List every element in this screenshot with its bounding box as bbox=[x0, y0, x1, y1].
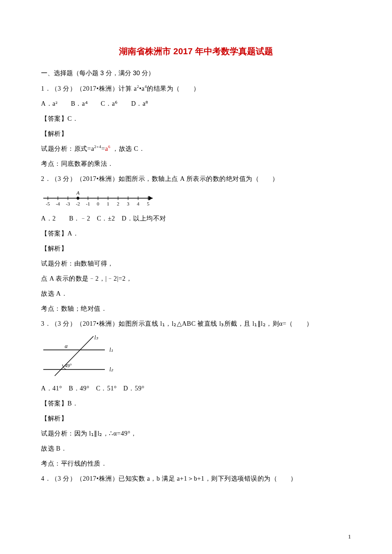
q3-options: A．41° B．49° C．51° D．59° bbox=[41, 384, 351, 393]
svg-line-28 bbox=[55, 336, 93, 376]
svg-text:-5: -5 bbox=[46, 201, 50, 206]
q2-analysis-2: 点 A 表示的数是﹣2，|﹣2|=2， bbox=[41, 274, 351, 283]
q2-analysis-3: 故选 A． bbox=[41, 289, 351, 298]
q2-options: A．2 B．﹣2 C．±2 D．以上均不对 bbox=[41, 214, 351, 223]
page-number: 1 bbox=[348, 533, 351, 540]
svg-point-24 bbox=[77, 197, 79, 200]
text: 1．（3 分）（2017•株洲）计算 a bbox=[41, 85, 137, 92]
svg-text:3: 3 bbox=[127, 201, 129, 206]
q1-explain-label: 【解析】 bbox=[41, 129, 351, 138]
q2-explain-label: 【解析】 bbox=[41, 244, 351, 253]
q3-stem: 3．（3 分）（2017•株洲）如图所示直线 l₁，l₂△ABC 被直线 l₃所… bbox=[41, 319, 351, 328]
q3-explain-label: 【解析】 bbox=[41, 414, 351, 423]
q1-analysis: 试题分析：原式=a2+4=a6 ，故选 C． bbox=[41, 144, 351, 154]
svg-text:l₁: l₁ bbox=[109, 347, 113, 353]
q2-stem: 2．（3 分）（2017•株洲）如图所示，数轴上点 A 所表示的数的绝对值为（ … bbox=[41, 174, 351, 184]
section-header: 一、选择题（每小题 3 分，满分 30 分） bbox=[41, 69, 351, 77]
q1-stem: 1．（3 分）（2017•株洲）计算 a2•a4的结果为（ ） bbox=[41, 84, 351, 93]
number-line-figure: -5 -4 -3 -2 -1 0 1 2 3 4 5 A bbox=[41, 189, 351, 209]
q3-point: 考点：平行线的性质． bbox=[41, 459, 351, 468]
svg-text:-3: -3 bbox=[66, 201, 70, 206]
svg-text:A: A bbox=[76, 190, 80, 195]
q2-answer: 【答案】A． bbox=[41, 229, 351, 238]
q1-point: 考点：同底数幂的乘法． bbox=[41, 159, 351, 169]
red-text: a6 bbox=[105, 145, 111, 152]
sup: 2+4 bbox=[94, 144, 102, 149]
svg-text:-2: -2 bbox=[76, 201, 80, 206]
q1-options: A．a² B．a⁴ C．a⁶ D．a⁸ bbox=[41, 99, 351, 108]
svg-text:-1: -1 bbox=[86, 201, 90, 206]
svg-text:-4: -4 bbox=[56, 201, 60, 206]
q3-answer: 【答案】B． bbox=[41, 399, 351, 408]
parallel-lines-figure: l₁ l₂ l₃ α 49° bbox=[41, 334, 351, 379]
svg-text:4: 4 bbox=[137, 201, 139, 206]
svg-text:49°: 49° bbox=[65, 363, 72, 368]
text: ，故选 C． bbox=[110, 145, 145, 152]
q1-answer: 【答案】C． bbox=[41, 114, 351, 123]
svg-text:1: 1 bbox=[107, 201, 109, 206]
q3-analysis-1: 试题分析：因为 l₁∥l₂，∴α=49°， bbox=[41, 429, 351, 438]
svg-text:5: 5 bbox=[147, 201, 150, 206]
q3-analysis-2: 故选 B． bbox=[41, 444, 351, 453]
text: 的结果为（ ） bbox=[147, 85, 200, 92]
text: 试题分析：原式=a bbox=[41, 145, 94, 152]
page-title: 湖南省株洲市 2017 年中考数学真题试题 bbox=[41, 46, 351, 57]
q2-point: 考点：数轴；绝对值． bbox=[41, 304, 351, 313]
svg-marker-1 bbox=[149, 196, 153, 200]
text: •a bbox=[139, 85, 144, 92]
svg-text:l₂: l₂ bbox=[109, 366, 113, 373]
svg-text:2: 2 bbox=[117, 201, 119, 206]
q2-analysis-1: 试题分析：由数轴可得， bbox=[41, 259, 351, 268]
q4-stem: 4．（3 分）（2017•株洲）已知实数 a，b 满足 a+1＞b+1，则下列选… bbox=[41, 474, 351, 483]
svg-text:α: α bbox=[65, 343, 68, 349]
text: = bbox=[101, 145, 105, 152]
svg-text:0: 0 bbox=[97, 201, 99, 206]
svg-text:l₃: l₃ bbox=[94, 334, 98, 341]
